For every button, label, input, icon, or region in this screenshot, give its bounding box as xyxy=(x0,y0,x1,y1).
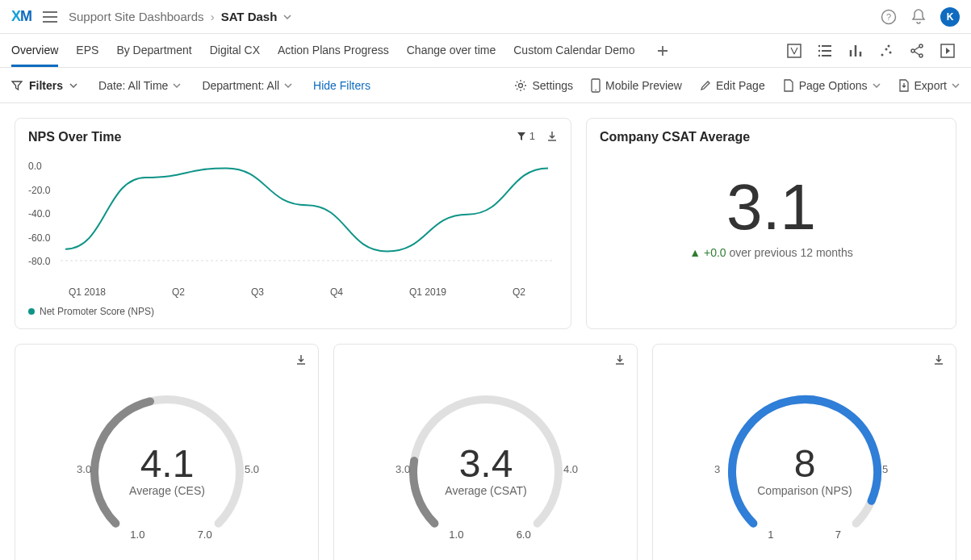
card-title: Company CSAT Average xyxy=(600,130,750,144)
svg-text:?: ? xyxy=(886,12,891,22)
svg-text:Average (CES): Average (CES) xyxy=(129,484,205,497)
share-icon[interactable] xyxy=(910,44,924,58)
svg-point-9 xyxy=(888,44,890,47)
svg-text:4.0: 4.0 xyxy=(563,463,577,475)
csat-delta: ▲ +0.0 over previous 12 months xyxy=(600,246,943,259)
download-icon[interactable] xyxy=(933,354,944,366)
tab-by-department[interactable]: By Department xyxy=(116,34,191,67)
svg-point-16 xyxy=(595,89,596,90)
layout-grid-icon[interactable] xyxy=(787,44,801,58)
svg-point-12 xyxy=(919,54,923,57)
nps-over-time-card: NPS Over Time 1 0.0-20.0-40.0-60.0-80.0 xyxy=(15,118,571,329)
svg-text:Comparison (NPS): Comparison (NPS) xyxy=(757,484,852,497)
breadcrumb-current[interactable]: SAT Dash xyxy=(221,10,278,23)
department-filter[interactable]: Department: All xyxy=(202,79,292,92)
export-button[interactable]: Export xyxy=(898,79,960,92)
svg-point-6 xyxy=(881,53,884,56)
download-icon[interactable] xyxy=(614,354,626,366)
add-tab-button[interactable] xyxy=(654,37,672,65)
card-title: NPS Over Time xyxy=(28,130,121,144)
tab-custom-calendar-demo[interactable]: Custom Calendar Demo xyxy=(513,34,634,67)
filter-badge[interactable]: 1 xyxy=(517,130,535,142)
csat-average-card: Company CSAT Average 3.1 ▲ +0.0 over pre… xyxy=(586,118,956,329)
menu-icon[interactable] xyxy=(43,11,57,23)
chart-legend: Net Promoter Score (NPS) xyxy=(28,298,558,317)
gauge-card-0: 3.0 5.0 1.0 7.0 4.1 Average (CES) xyxy=(15,344,319,560)
scatter-icon[interactable] xyxy=(879,44,894,58)
svg-point-11 xyxy=(911,49,914,52)
gauge-chart: 3.0 4.0 1.0 6.0 3.4 Average (CSAT) xyxy=(381,383,591,553)
tab-digital-cx[interactable]: Digital CX xyxy=(210,34,260,67)
svg-text:3.0: 3.0 xyxy=(77,463,91,475)
bell-icon[interactable] xyxy=(911,9,926,25)
svg-text:8: 8 xyxy=(793,442,815,485)
svg-text:1.0: 1.0 xyxy=(449,529,463,541)
help-icon[interactable]: ? xyxy=(881,9,897,25)
list-icon[interactable] xyxy=(818,44,832,58)
mobile-preview-button[interactable]: Mobile Preview xyxy=(591,78,682,93)
gauge-card-1: 3.0 4.0 1.0 6.0 3.4 Average (CSAT) xyxy=(333,344,638,560)
nps-line-chart xyxy=(61,151,553,264)
svg-point-4 xyxy=(818,49,820,51)
date-filter[interactable]: Date: All Time xyxy=(98,79,181,92)
svg-text:Average (CSAT): Average (CSAT) xyxy=(445,484,526,497)
svg-point-3 xyxy=(818,44,820,46)
gauge-chart: 3 5 1 7 8 Comparison (NPS) xyxy=(700,383,910,553)
svg-point-8 xyxy=(889,51,892,53)
svg-text:3.0: 3.0 xyxy=(396,463,410,475)
filters-button[interactable]: Filters xyxy=(11,79,77,92)
tab-overview[interactable]: Overview xyxy=(11,34,58,67)
svg-text:7: 7 xyxy=(835,529,840,541)
play-icon[interactable] xyxy=(940,44,955,58)
svg-text:5.0: 5.0 xyxy=(244,463,258,475)
xm-logo: XM xyxy=(11,8,31,25)
svg-text:1: 1 xyxy=(768,529,773,541)
gauge-chart: 3.0 5.0 1.0 7.0 4.1 Average (CES) xyxy=(62,383,272,553)
chevron-down-icon[interactable] xyxy=(283,15,291,19)
svg-text:6.0: 6.0 xyxy=(516,529,530,541)
svg-text:3.4: 3.4 xyxy=(458,442,513,485)
breadcrumb: Support Site Dashboards › SAT Dash xyxy=(69,10,291,23)
svg-text:4.1: 4.1 xyxy=(140,442,194,485)
edit-page-button[interactable]: Edit Page xyxy=(700,79,765,92)
svg-text:5: 5 xyxy=(881,463,887,475)
svg-text:1.0: 1.0 xyxy=(130,529,144,541)
avatar[interactable]: K xyxy=(940,7,960,27)
chevron-right-icon: › xyxy=(211,10,215,23)
bar-chart-icon[interactable] xyxy=(848,44,863,58)
svg-point-10 xyxy=(919,44,923,48)
download-icon[interactable] xyxy=(546,131,558,142)
settings-button[interactable]: Settings xyxy=(514,79,573,92)
csat-value: 3.1 xyxy=(600,169,943,246)
tab-change-over-time[interactable]: Change over time xyxy=(407,34,496,67)
page-options-button[interactable]: Page Options xyxy=(783,79,881,92)
download-icon[interactable] xyxy=(295,354,307,366)
gauge-card-2: 3 5 1 7 8 Comparison (NPS) xyxy=(652,344,956,560)
svg-text:7.0: 7.0 xyxy=(197,529,211,541)
svg-point-5 xyxy=(818,54,820,56)
breadcrumb-parent[interactable]: Support Site Dashboards xyxy=(69,10,204,23)
svg-point-14 xyxy=(519,83,523,87)
svg-text:3: 3 xyxy=(714,463,720,475)
svg-point-7 xyxy=(885,48,888,50)
tab-eps[interactable]: EPS xyxy=(76,34,98,67)
svg-rect-2 xyxy=(788,44,801,57)
tab-action-plans-progress[interactable]: Action Plans Progress xyxy=(278,34,389,67)
hide-filters-link[interactable]: Hide Filters xyxy=(313,79,370,92)
